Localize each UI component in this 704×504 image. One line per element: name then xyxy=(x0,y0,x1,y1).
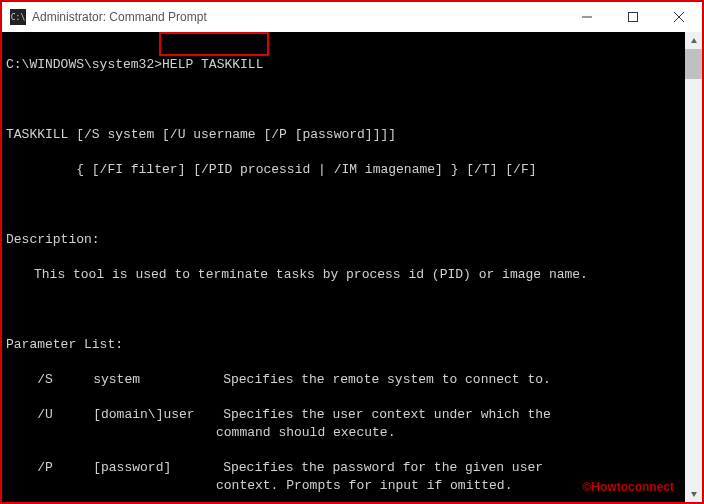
usage-line: { [/FI filter] [/PID processid | /IM ima… xyxy=(6,161,698,179)
param-arg: [password] xyxy=(93,459,223,477)
vertical-scrollbar[interactable] xyxy=(685,32,702,502)
param-row: /U [domain\]userSpecifies the user conte… xyxy=(6,406,698,424)
maximize-button[interactable] xyxy=(610,2,656,32)
param-arg: system xyxy=(93,371,223,389)
param-desc: Specifies the password for the given use… xyxy=(223,459,543,477)
scroll-up-button[interactable] xyxy=(685,32,702,49)
scroll-thumb[interactable] xyxy=(685,49,702,79)
param-row: /P [password]Specifies the password for … xyxy=(6,459,698,477)
prompt-path: C:\WINDOWS\system32> xyxy=(6,57,162,72)
param-arg: [domain\]user xyxy=(93,406,223,424)
param-row: /S systemSpecifies the remote system to … xyxy=(6,371,698,389)
svg-marker-4 xyxy=(691,38,697,43)
param-desc: Specifies the remote system to connect t… xyxy=(223,371,551,389)
usage-line: TASKKILL [/S system [/U username [/P [pa… xyxy=(6,126,698,144)
minimize-button[interactable] xyxy=(564,2,610,32)
scroll-track[interactable] xyxy=(685,49,702,485)
param-flag: /S xyxy=(37,371,93,389)
typed-command: HELP TASKKILL xyxy=(162,57,263,72)
window-title: Administrator: Command Prompt xyxy=(32,10,564,24)
description-text: This tool is used to terminate tasks by … xyxy=(6,266,698,284)
svg-marker-5 xyxy=(691,492,697,497)
scroll-down-button[interactable] xyxy=(685,485,702,502)
param-flag: /P xyxy=(37,459,93,477)
svg-rect-1 xyxy=(629,13,638,22)
param-desc-cont: command should execute. xyxy=(6,424,698,442)
param-desc: Specifies the user context under which t… xyxy=(223,406,551,424)
watermark-text: ©Howtoconnect xyxy=(582,480,674,494)
window-titlebar: C:\ Administrator: Command Prompt xyxy=(2,2,702,32)
param-list-heading: Parameter List: xyxy=(6,336,698,354)
window-controls xyxy=(564,2,702,32)
cmd-icon: C:\ xyxy=(10,9,26,25)
close-button[interactable] xyxy=(656,2,702,32)
description-heading: Description: xyxy=(6,231,698,249)
param-flag: /U xyxy=(37,406,93,424)
terminal-output[interactable]: C:\WINDOWS\system32>HELP TASKKILL TASKKI… xyxy=(2,32,702,502)
